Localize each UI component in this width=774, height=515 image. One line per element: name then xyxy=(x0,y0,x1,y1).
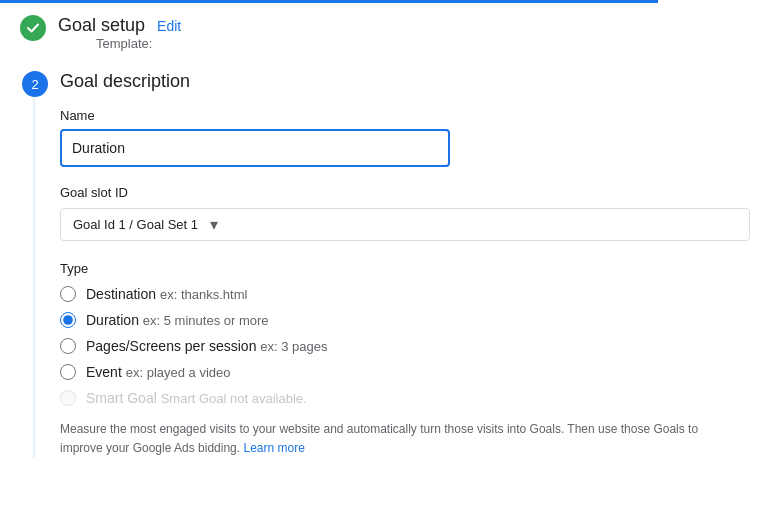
smart-goal-label-text: Smart Goal xyxy=(86,390,157,406)
template-text: Template: xyxy=(96,36,181,51)
event-label[interactable]: Event ex: played a video xyxy=(86,364,231,380)
list-item: Pages/Screens per session ex: 3 pages xyxy=(60,338,750,354)
duration-label[interactable]: Duration ex: 5 minutes or more xyxy=(86,312,269,328)
pages-radio[interactable] xyxy=(60,338,76,354)
edit-link[interactable]: Edit xyxy=(157,18,181,34)
smart-goal-hint: Smart Goal not available. xyxy=(161,391,307,406)
event-radio[interactable] xyxy=(60,364,76,380)
pages-label-text: Pages/Screens per session xyxy=(86,338,256,354)
list-item: Smart Goal Smart Goal not available. xyxy=(60,390,750,406)
list-item: Event ex: played a video xyxy=(60,364,750,380)
slot-dropdown[interactable]: Goal Id 1 / Goal Set 1 ▾ xyxy=(60,208,750,241)
destination-label-text: Destination xyxy=(86,286,156,302)
list-item: Duration ex: 5 minutes or more xyxy=(60,312,750,328)
event-label-text: Event xyxy=(86,364,122,380)
learn-more-link[interactable]: Learn more xyxy=(243,441,304,455)
smart-goal-label: Smart Goal Smart Goal not available. xyxy=(86,390,307,406)
duration-hint: ex: 5 minutes or more xyxy=(143,313,269,328)
name-input[interactable] xyxy=(60,129,450,167)
goal-description-title: Goal description xyxy=(60,71,750,92)
slot-dropdown-value: Goal Id 1 / Goal Set 1 xyxy=(73,217,198,232)
duration-radio[interactable] xyxy=(60,312,76,328)
goal-setup-section: Goal setup Edit Template: xyxy=(58,15,750,67)
duration-label-text: Duration xyxy=(86,312,139,328)
destination-hint: ex: thanks.html xyxy=(160,287,247,302)
destination-label[interactable]: Destination ex: thanks.html xyxy=(86,286,247,302)
radio-group: Destination ex: thanks.html Duration ex:… xyxy=(60,286,750,406)
description-text: Measure the most engaged visits to your … xyxy=(60,420,740,458)
smart-goal-radio[interactable] xyxy=(60,390,76,406)
check-circle-icon xyxy=(20,15,46,41)
event-hint: ex: played a video xyxy=(126,365,231,380)
list-item: Destination ex: thanks.html xyxy=(60,286,750,302)
pages-label[interactable]: Pages/Screens per session ex: 3 pages xyxy=(86,338,328,354)
slot-id-label: Goal slot ID xyxy=(60,185,750,200)
dropdown-arrow-icon: ▾ xyxy=(210,215,218,234)
goal-description-section: 2 Goal description Name Goal slot ID Goa… xyxy=(60,71,750,458)
name-label: Name xyxy=(60,108,750,123)
goal-setup-title: Goal setup xyxy=(58,15,145,36)
step-2-circle: 2 xyxy=(22,71,48,97)
pages-hint: ex: 3 pages xyxy=(260,339,327,354)
destination-radio[interactable] xyxy=(60,286,76,302)
type-label: Type xyxy=(60,261,750,276)
